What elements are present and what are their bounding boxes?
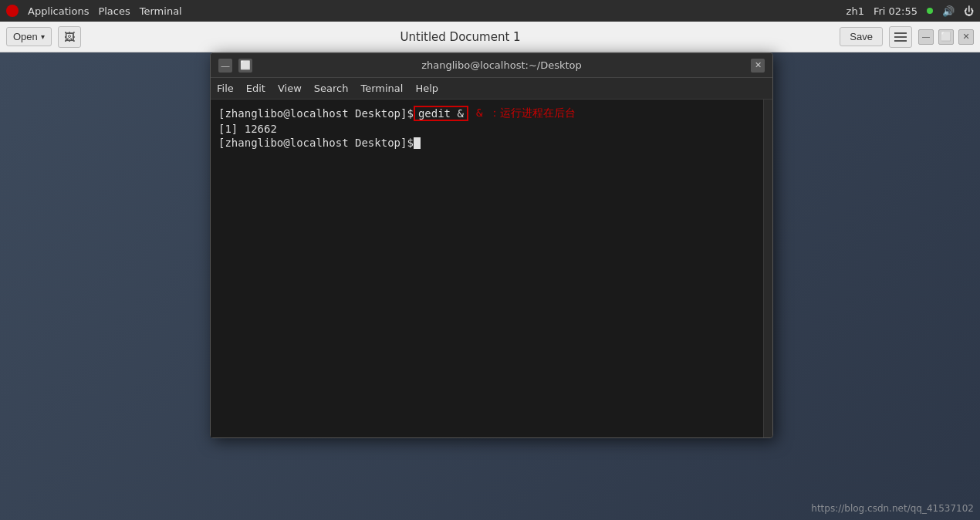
gedit-toolbar: Open ▾ 🖼 Untitled Document 1 Save — ⬜ ✕ — [0, 22, 980, 52]
open-label: Open — [13, 31, 38, 42]
terminal-content[interactable]: [zhanglibo@localhost Desktop]$ gedit & &… — [211, 100, 763, 437]
gedit-minimize-button[interactable]: — — [918, 29, 934, 45]
datetime-label: Fri 02:55 — [874, 5, 917, 17]
terminal-minimize-button[interactable]: — — [218, 59, 232, 73]
gedit-maximize-button[interactable]: ⬜ — [938, 29, 954, 45]
hamburger-line-3 — [894, 40, 907, 42]
username-label: zh1 — [847, 5, 864, 17]
open-dropdown-arrow: ▾ — [41, 32, 45, 41]
system-bar-left: Applications Places Terminal — [6, 5, 182, 17]
terminal-cursor — [414, 137, 421, 149]
menu-hamburger-button[interactable] — [889, 26, 912, 48]
system-bar: Applications Places Terminal zh1 Fri 02:… — [0, 0, 980, 22]
gedit-close-button[interactable]: ✕ — [958, 29, 974, 45]
terminal-window: — ⬜ zhanglibo@localhost:~/Desktop ✕ File… — [210, 52, 773, 438]
gedit-document-title: Untitled Document 1 — [87, 30, 834, 44]
open-button[interactable]: Open ▾ — [6, 27, 52, 46]
terminal-scrollbar[interactable] — [763, 100, 772, 437]
terminal-menu[interactable]: Terminal — [140, 5, 182, 17]
hamburger-line-2 — [894, 36, 907, 38]
terminal-body: [zhanglibo@localhost Desktop]$ gedit & &… — [211, 100, 772, 437]
system-bar-right: zh1 Fri 02:55 🔊 ⏻ — [847, 5, 974, 17]
terminal-window-controls-left: — ⬜ — [218, 59, 252, 73]
terminal-line-3: [zhanglibo@localhost Desktop]$ — [218, 137, 755, 149]
gedit-window-controls: — ⬜ ✕ — [918, 29, 974, 45]
terminal-window-controls-right: ✕ — [751, 59, 765, 73]
terminal-close-button[interactable]: ✕ — [751, 59, 765, 73]
terminal-job-output: [1] 12662 — [218, 123, 277, 135]
desktop: — ⬜ zhanglibo@localhost:~/Desktop ✕ File… — [0, 52, 980, 520]
terminal-command-highlighted: gedit & — [414, 106, 468, 121]
network-status-dot — [927, 8, 933, 14]
watermark: https://blog.csdn.net/qq_41537102 — [811, 503, 974, 514]
terminal-annotation: & ：运行进程在后台 — [476, 106, 576, 120]
places-menu[interactable]: Places — [98, 5, 130, 17]
save-button[interactable]: Save — [840, 27, 883, 46]
terminal-menu-terminal[interactable]: Terminal — [360, 83, 403, 94]
terminal-menu-search[interactable]: Search — [314, 83, 349, 94]
terminal-maximize-button[interactable]: ⬜ — [238, 59, 252, 73]
volume-icon[interactable]: 🔊 — [942, 5, 955, 17]
terminal-line-2: [1] 12662 — [218, 123, 755, 135]
terminal-menu-edit[interactable]: Edit — [246, 83, 265, 94]
terminal-prompt-1: [zhanglibo@localhost Desktop]$ — [218, 107, 414, 120]
terminal-menu-file[interactable]: File — [217, 83, 234, 94]
hamburger-line-1 — [894, 32, 907, 34]
terminal-titlebar: — ⬜ zhanglibo@localhost:~/Desktop ✕ — [211, 53, 772, 78]
screenshot-icon-button[interactable]: 🖼 — [58, 26, 81, 48]
terminal-menu-help[interactable]: Help — [415, 83, 438, 94]
terminal-line-1: [zhanglibo@localhost Desktop]$ gedit & &… — [218, 106, 755, 121]
terminal-prompt-2: [zhanglibo@localhost Desktop]$ — [218, 137, 414, 149]
power-icon[interactable]: ⏻ — [964, 5, 974, 17]
terminal-menu-view[interactable]: View — [278, 83, 302, 94]
applications-menu[interactable]: Applications — [28, 5, 89, 17]
terminal-menubar: File Edit View Search Terminal Help — [211, 78, 772, 100]
redhat-icon — [6, 5, 19, 17]
terminal-title: zhanglibo@localhost:~/Desktop — [252, 59, 751, 71]
